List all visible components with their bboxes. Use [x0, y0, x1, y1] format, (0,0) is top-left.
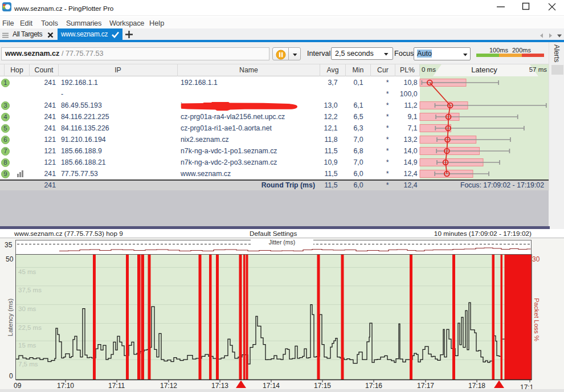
svg-text:37,5 ms: 37,5 ms: [18, 287, 42, 293]
svg-text:7,5 ms: 7,5 ms: [18, 361, 38, 368]
svg-text:45 ms: 45 ms: [18, 268, 36, 275]
svg-text:15 ms: 15 ms: [18, 342, 36, 349]
svg-text:22,5 ms: 22,5 ms: [18, 324, 42, 331]
svg-text:30 ms: 30 ms: [18, 305, 36, 312]
